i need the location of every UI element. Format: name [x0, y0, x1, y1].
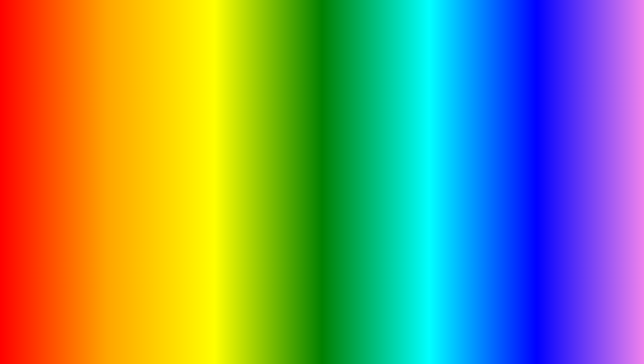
- sidebar-item-dungeon-right[interactable]: ⊕ Dungeon: [444, 176, 491, 187]
- sidebar-item-main-farm-left[interactable]: 🏠 Main Farm: [27, 125, 74, 135]
- title-blox: BLOX: [155, 7, 296, 68]
- sidebar-item-main-farm-right[interactable]: 🏠 Main Farm: [444, 125, 491, 135]
- avatar-right: 👤: [448, 108, 460, 120]
- toggle-auto-kaitan[interactable]: [597, 171, 612, 178]
- label-fighting-style: Fighting Style: [496, 184, 523, 189]
- hub-hub-left: Hub: [57, 107, 66, 112]
- gui-panel-right: 👤 PadoHub XxArSendxX #8033 20 February 2…: [444, 104, 617, 200]
- hub-pado-left: Pado: [47, 107, 57, 112]
- toggle-auto-superhuman[interactable]: [597, 194, 612, 200]
- label-auto-superhuman: Auto SuperHuman: [496, 196, 532, 201]
- label-auto-kaitan: Auto Kaitan: [496, 172, 519, 177]
- row-auto-chest-tween: Auto Chest Tween: [79, 195, 195, 200]
- sword-icon-left: ⚔: [31, 148, 37, 153]
- sidebar-label-teleport-left: Teleport: [39, 169, 54, 174]
- toggle-auto-chest-tween[interactable]: [180, 198, 195, 200]
- row-auto-superhuman: Auto SuperHuman: [496, 192, 612, 200]
- sidebar-item-devil-fruit-right[interactable]: 🍎 Devil Fruit: [444, 187, 491, 197]
- section-label-main-farm: Main Farm: [496, 147, 612, 155]
- home-icon-left: 🏠: [31, 127, 37, 132]
- chart-icon-right: 📈: [448, 158, 454, 163]
- sidebar-label-shop-right: Shop: [456, 200, 466, 201]
- sidebar-label-stats-left: Stats: [39, 159, 48, 163]
- toggle-auto-sea-beast-hop[interactable]: [180, 159, 195, 166]
- row-auto-sea-beast: Auto Sea Beast: [79, 143, 195, 156]
- character-area: [272, 96, 372, 230]
- row-auto-kaitan: Auto Kaitan: [496, 168, 612, 181]
- toggle-auto-chest-bypass[interactable]: [180, 185, 195, 192]
- wrench-icon-right: 🔧: [448, 138, 454, 143]
- label-auto-chest-bypass: Auto Chest Bypass: [79, 186, 116, 191]
- dropdown-label-weapon: Select Weapon : Melee: [498, 139, 539, 144]
- sidebar-label-main-farm-right: Main Farm: [456, 128, 475, 132]
- fruit-icon-right: 🍎: [448, 189, 454, 194]
- shop-icon-right: 🛒: [448, 200, 454, 200]
- content-title-left: Sea Beasts: [79, 126, 195, 132]
- sidebar-label-combat-right: Combat: [456, 148, 470, 153]
- sidebar-item-shop-right[interactable]: 🛒 Shop: [444, 197, 491, 200]
- toggle-auto-sea-beast[interactable]: [180, 146, 195, 153]
- sidebar-item-combat-left[interactable]: ⚔ Combat: [27, 145, 74, 156]
- sidebar-left: 🏠 Main Farm 🔧 Misc Farm ⚔ Combat 📈 Stats…: [27, 123, 74, 200]
- label-auto-sea-beast-hop: Auto Sea Beast Hop: [79, 160, 118, 165]
- row-fighting-style: Fighting Style: [496, 181, 612, 192]
- bottom-auto-farm: AUTO FARM: [99, 312, 308, 354]
- home-icon-right: 🏠: [448, 127, 454, 132]
- toggle-auto-farm-chest[interactable]: [180, 172, 195, 179]
- sidebar-item-devil-fruit-left[interactable]: 🍎 Devil Fruit: [27, 187, 74, 197]
- panel-body-left: 🏠 Main Farm 🔧 Misc Farm ⚔ Combat 📈 Stats…: [27, 123, 200, 200]
- sidebar-item-misc-farm-left[interactable]: 🔧 Misc Farm: [27, 135, 74, 145]
- dropdown-select-mode[interactable]: Select Mode Farm : Normal Mode ▲: [496, 126, 612, 137]
- sidebar-item-teleport-right[interactable]: 📍 Teleport: [444, 166, 491, 176]
- label-auto-sea-beast: Auto Sea Beast: [79, 147, 109, 152]
- label-auto-farm-level: Auto Farm Level: [496, 159, 528, 164]
- sidebar-label-devil-fruit-left: Devil Fruit: [39, 190, 57, 194]
- username-right: XxArSendxX #8033: [464, 112, 485, 120]
- row-auto-farm-level: Auto Farm Level: [496, 155, 612, 168]
- sidebar-right: 🏠 Main Farm 🔧 Misc Farm ⚔ Combat 📈 Stats…: [444, 123, 491, 200]
- username-left: XxArSendxX #8033: [47, 112, 67, 120]
- panel-content-left: Sea Beasts Sea Beast : 0 Auto Sea Beast …: [74, 123, 200, 200]
- panel-body-right: 🏠 Main Farm 🔧 Misc Farm ⚔ Combat 📈 Stats…: [444, 123, 617, 200]
- sidebar-item-combat-right[interactable]: ⚔ Combat: [444, 145, 491, 156]
- sidebar-label-dungeon-right: Dungeon: [456, 179, 473, 184]
- dungeon-icon-right: ⊕: [448, 179, 454, 184]
- hub-hub-right: Hub: [474, 107, 483, 112]
- hub-pado-right: Pado: [464, 107, 474, 112]
- sidebar-item-shop-left[interactable]: 🛒 Shop: [27, 197, 74, 200]
- toggle-auto-farm-level[interactable]: [597, 158, 612, 165]
- row-auto-sea-beast-hop: Auto Sea Beast Hop: [79, 156, 195, 169]
- sidebar-label-misc-farm-right: Misc Farm: [456, 138, 475, 143]
- sidebar-item-misc-farm-right[interactable]: 🔧 Misc Farm: [444, 135, 491, 145]
- title-section: BLOX FRUITS: [0, 7, 644, 68]
- sidebar-label-teleport-right: Teleport: [456, 169, 471, 174]
- header-stats-left: 20 February 2023 Hours:12:32:26 Ping: 68…: [80, 109, 196, 119]
- sidebar-item-dungeon-left[interactable]: ⊕ Dungeon: [27, 176, 74, 187]
- dropdown-label-mode: Select Mode Farm : Normal Mode: [498, 129, 558, 134]
- shop-icon-left: 🛒: [31, 200, 37, 200]
- avatar-left: 👤: [31, 108, 43, 120]
- wrench-icon-left: 🔧: [31, 138, 37, 143]
- sidebar-label-shop-left: Shop: [39, 200, 49, 201]
- panel-header-left: 👤 PadoHub XxArSendxX #8033 20 February 2…: [27, 104, 200, 123]
- title-fruits: FRUITS: [306, 7, 489, 68]
- sidebar-label-main-farm-left: Main Farm: [39, 128, 58, 132]
- row-auto-farm-chest: Auto Farm Chest: [79, 169, 195, 182]
- sidebar-item-teleport-left[interactable]: 📍 Teleport: [27, 166, 74, 176]
- sidebar-label-dungeon-left: Dungeon: [39, 179, 56, 184]
- label-auto-farm-chest: Auto Farm Chest: [79, 173, 112, 178]
- blox-fruits-logo: 💀 BL🍊X FRUITS: [586, 308, 634, 357]
- sidebar-label-devil-fruit-right: Devil Fruit: [456, 190, 474, 194]
- label-auto-chest-tween: Auto Chest Tween: [79, 199, 114, 201]
- sidebar-label-combat-left: Combat: [39, 148, 53, 153]
- sidebar-label-misc-farm-left: Misc Farm: [39, 138, 58, 143]
- dungeon-icon-left: ⊕: [31, 179, 37, 184]
- dropdown-select-weapon[interactable]: Select Weapon : Melee ▲: [496, 137, 612, 147]
- header-stats-right: 20 February 2023 Hours:12:29:13 Ping: 40…: [498, 109, 613, 119]
- pin-icon-left: 📍: [31, 169, 37, 174]
- bottom-title-section: AUTO FARM SCRIPT PASTEBIN: [0, 312, 644, 354]
- gui-panel-left: 👤 PadoHub XxArSendxX #8033 20 February 2…: [27, 104, 200, 200]
- sidebar-item-stats-right[interactable]: 📈 Stats: [444, 156, 491, 166]
- sea-beast-count: Sea Beast : 0: [79, 135, 195, 140]
- sidebar-item-stats-left[interactable]: 📈 Stats: [27, 156, 74, 166]
